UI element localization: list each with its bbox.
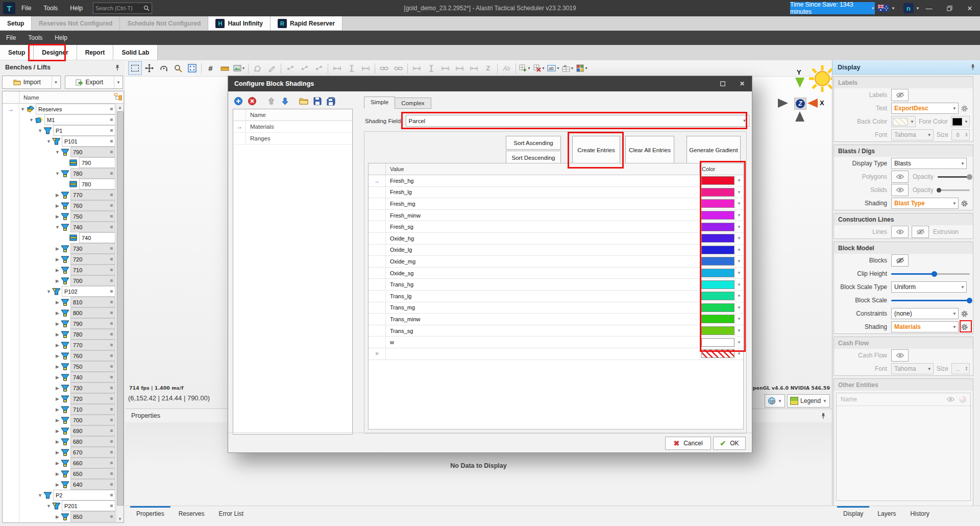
tree-cell[interactable]: 740: [79, 232, 115, 243]
tree-cell[interactable]: 670: [70, 447, 115, 458]
expand-icon[interactable]: ▶: [54, 514, 61, 519]
expand-icon[interactable]: ▶: [54, 418, 61, 423]
pin-icon[interactable]: [115, 64, 120, 71]
tree-cell[interactable]: 720: [70, 254, 115, 265]
block-scale-slider[interactable]: [891, 297, 970, 303]
expand-icon[interactable]: ▶: [54, 246, 61, 251]
app-tab-setup[interactable]: Setup: [0, 16, 32, 30]
cancel-button[interactable]: ✖ Cancel: [665, 437, 711, 450]
color-dropdown-icon[interactable]: ▼: [736, 317, 743, 321]
tree-row-790[interactable]: ▶790: [3, 318, 116, 329]
color-dropdown-icon[interactable]: ▼: [736, 271, 743, 275]
module-tab-report[interactable]: Report: [77, 45, 114, 60]
entry-row-Oxide_sg[interactable]: Oxide_sg▼: [369, 268, 743, 279]
bottom-tab-error-list[interactable]: Error List: [211, 506, 251, 520]
block-shading-combo[interactable]: Materials▼: [891, 321, 959, 332]
save-all-button[interactable]: [325, 95, 337, 107]
color-dropdown-icon[interactable]: ▼: [736, 294, 743, 298]
tree-row-700[interactable]: ▶700: [3, 275, 116, 286]
color-dropdown-icon[interactable]: ▼: [736, 225, 743, 229]
create-entries-button[interactable]: Create Entries: [572, 136, 620, 164]
expand-icon[interactable]: ▶: [54, 214, 61, 219]
scroll-up-icon[interactable]: ▲: [116, 104, 124, 111]
dialog-title-bar[interactable]: Configure Block Shadings ✕: [228, 76, 752, 91]
orbit-tool[interactable]: [157, 61, 170, 75]
entry-row-Fresh_minw[interactable]: Fresh_minw▼: [369, 210, 743, 222]
tree-cell[interactable]: 800: [70, 307, 115, 318]
grid-toggle-button[interactable]: #: [204, 61, 217, 75]
cash-flow-size-spinner[interactable]: ...▲▼: [951, 363, 970, 374]
color-dropdown-icon[interactable]: ▼: [736, 213, 743, 218]
tree-cell[interactable]: 740: [70, 222, 115, 232]
color-swatch[interactable]: [701, 280, 734, 289]
entry-row-Trans_lg[interactable]: Trans_lg▼: [369, 291, 743, 302]
entry-row-Trans_mg[interactable]: Trans_mg▼: [369, 302, 743, 314]
tree-row-p101[interactable]: ▼P101: [3, 136, 116, 147]
entry-row-Trans_sg[interactable]: Trans_sg▼: [369, 325, 743, 337]
panel-tab-history[interactable]: History: [903, 506, 936, 520]
entry-value[interactable]: Trans_minw: [386, 314, 700, 325]
tree-cell[interactable]: 730: [70, 382, 115, 393]
tree-row-730[interactable]: ▶730: [3, 382, 116, 393]
font-size-spinner[interactable]: 8▲▼: [951, 129, 970, 140]
scrollbar-thumb[interactable]: [117, 111, 124, 506]
color-dropdown-icon[interactable]: ▼: [736, 282, 743, 287]
constraints-combo[interactable]: (none)▼: [891, 308, 959, 319]
tree-row-p1[interactable]: ▼P1: [3, 125, 116, 136]
color-column-header[interactable]: Color: [700, 163, 743, 175]
tree-cell[interactable]: 720: [70, 393, 115, 404]
entry-value[interactable]: Trans_sg: [386, 325, 700, 337]
tree-row-720[interactable]: ▶720: [3, 393, 116, 404]
gear-icon[interactable]: [959, 200, 970, 207]
grid-add-button[interactable]: ▼: [518, 61, 532, 75]
tree-row-790[interactable]: 790: [3, 157, 116, 168]
color-dropdown-icon[interactable]: ▼: [736, 340, 743, 345]
text-field-combo[interactable]: ExportDesc▼: [891, 103, 959, 114]
module-tab-solid-lab[interactable]: Solid Lab: [113, 45, 158, 60]
tree-cell[interactable]: 790: [79, 157, 115, 168]
color-swatch[interactable]: [701, 223, 734, 231]
entry-value[interactable]: w: [386, 337, 700, 348]
axis-z-button[interactable]: Z: [796, 99, 805, 108]
polygons-opacity-slider[interactable]: [938, 174, 970, 180]
dialog-close-button[interactable]: ✕: [732, 76, 752, 91]
color-dropdown-icon[interactable]: ▼: [736, 248, 743, 252]
tree-row-660[interactable]: ▶660: [3, 458, 116, 468]
entry-value[interactable]: Fresh_sg: [386, 221, 700, 232]
tree-row-790[interactable]: ▼790: [3, 147, 116, 157]
tree-cell[interactable]: 650: [70, 468, 115, 479]
solids-opacity-slider[interactable]: [938, 187, 970, 193]
expand-icon[interactable]: ▶: [54, 343, 61, 348]
menu-tools[interactable]: Tools: [37, 0, 64, 16]
tree-row-770[interactable]: ▶770: [3, 340, 116, 350]
tree-scrollbar[interactable]: ▲ ▼: [116, 104, 124, 522]
entry-value[interactable]: Oxide_hg: [386, 233, 700, 244]
color-swatch[interactable]: [701, 326, 734, 335]
app-tab-haul-infinity[interactable]: HHaul Infinity: [208, 16, 271, 30]
collapse-icon[interactable]: ▼: [54, 150, 61, 155]
expand-icon[interactable]: ▶: [54, 471, 61, 476]
ok-button[interactable]: ✔ OK: [713, 437, 746, 450]
module-tab-setup[interactable]: Setup: [0, 45, 34, 60]
entry-row-w[interactable]: w▼: [369, 337, 743, 348]
color-swatch[interactable]: [701, 315, 734, 323]
import-button[interactable]: Import ▼: [2, 76, 61, 89]
tree-row-740[interactable]: ▶740: [3, 372, 116, 382]
shading-list-item-ranges[interactable]: Ranges: [233, 133, 352, 145]
panel-tab-display[interactable]: Display: [836, 506, 870, 520]
color-swatch[interactable]: [701, 338, 734, 347]
tree-cell[interactable]: 790: [70, 147, 115, 157]
clip-height-slider[interactable]: [891, 271, 970, 277]
color-dropdown-icon[interactable]: ▼: [736, 236, 743, 241]
tree-row-p102[interactable]: ▼P102: [3, 286, 116, 297]
tree-cell[interactable]: 700: [70, 275, 115, 286]
tree-row-p2[interactable]: ▼P2: [3, 490, 116, 500]
tree-row-850[interactable]: ▶850: [3, 511, 116, 522]
tree-cell[interactable]: P2: [53, 490, 115, 500]
tree-cell[interactable]: 690: [70, 425, 115, 436]
expand-icon[interactable]: ▶: [54, 332, 61, 337]
pan-tool[interactable]: [142, 61, 156, 75]
tree-row-750[interactable]: ▶750: [3, 211, 116, 222]
cash-flow-visibility-button[interactable]: [891, 349, 909, 362]
color-swatch[interactable]: [701, 246, 734, 254]
